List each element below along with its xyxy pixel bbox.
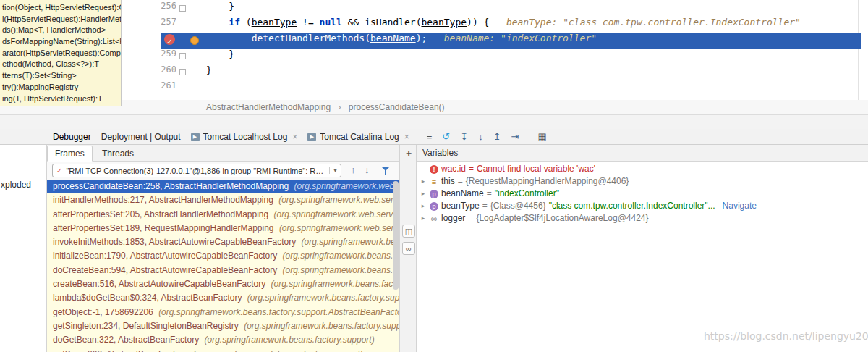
- stack-frame-row[interactable]: doGetBean:322, AbstractBeanFactory (org.…: [47, 333, 399, 347]
- close-icon[interactable]: ×: [292, 132, 297, 142]
- stack-frame-row[interactable]: doCreateBean:594, AbstractAutowireCapabl…: [47, 264, 399, 277]
- code-line-257[interactable]: if (beanType != null && isHandler(beanTy…: [206, 17, 801, 33]
- project-item-label[interactable]: xploded: [1, 180, 31, 190]
- variables-panel: Variables ! wac.id = Cannot find local v…: [417, 145, 868, 352]
- stack-frame-row[interactable]: createBean:516, AbstractAutowireCapableB…: [47, 277, 399, 291]
- tab-tomcat-localhost-log[interactable]: ▶ Tomcat Localhost Log ×: [186, 129, 303, 145]
- popup-method-item[interactable]: arator(HttpServletRequest):Comp: [0, 48, 121, 59]
- fold-marker[interactable]: [179, 5, 186, 12]
- frame-method-label: doCreateBean:594, AbstractAutowireCapabl…: [53, 265, 277, 275]
- tab-debugger[interactable]: Debugger: [48, 129, 96, 145]
- popup-method-item[interactable]: ethod(Method, Class<?>):T: [0, 59, 121, 70]
- stack-frame-row[interactable]: afterPropertiesSet:205, AbstractHandlerM…: [47, 208, 399, 222]
- code-line-258[interactable]: detectHandlerMethods(beanName); beanName…: [206, 33, 597, 49]
- stack-frames-list: processCandidateBean:258, AbstractHandle…: [47, 180, 399, 352]
- chevron-right-icon[interactable]: ▸: [420, 200, 427, 212]
- scrollbar-thumb[interactable]: [393, 181, 399, 290]
- ide-debug-screen: 256257258259260261 ✓ } if (beanType != n…: [0, 0, 868, 352]
- variables-title: Variables: [422, 148, 458, 158]
- breadcrumb-separator: ›: [338, 102, 341, 112]
- fold-marker[interactable]: [179, 69, 186, 75]
- hide-library-frames-filter-icon[interactable]: [381, 167, 390, 175]
- stack-frame-row[interactable]: afterPropertiesSet:189, RequestMappingHa…: [47, 222, 399, 235]
- stack-frame-row[interactable]: lambda$doGetBean$0:324, AbstractBeanFact…: [47, 291, 399, 305]
- stack-frame-row[interactable]: invokeInitMethods:1853, AbstractAutowire…: [47, 235, 399, 249]
- settings-menu-icon[interactable]: ≡: [422, 131, 438, 142]
- stack-frame-row[interactable]: initializeBean:1790, AbstractAutowireCap…: [47, 249, 399, 263]
- tab-tomcat-catalina-log[interactable]: ▶ Tomcat Catalina Log ×: [302, 129, 414, 145]
- code-line-256[interactable]: }: [206, 1, 234, 17]
- chevron-right-icon[interactable]: ▸: [420, 175, 427, 188]
- tab-deployment-output[interactable]: Deployment | Output: [96, 129, 186, 145]
- view-breakpoints-icon[interactable]: ▦: [532, 131, 551, 142]
- stack-frame-row[interactable]: getObject:-1, 1758692206 (org.springfram…: [47, 306, 399, 319]
- popup-method-item[interactable]: dsForMappingName(String):List<H: [0, 36, 121, 48]
- code-editor[interactable]: 256257258259260261 ✓ } if (beanType != n…: [0, 0, 868, 100]
- tab-frames[interactable]: Frames: [47, 146, 93, 162]
- chevron-right-icon[interactable]: ▸: [420, 212, 427, 225]
- variable-row-beantype[interactable]: ▸ p beanType = {Class@4456} "class com.t…: [417, 200, 868, 212]
- frame-package-label: (org.springframework.beans.factory.suppo…: [192, 349, 362, 352]
- editor-scrollbar-track[interactable]: [858, 0, 859, 100]
- code-token: beanType: [421, 17, 467, 28]
- chevron-right-icon[interactable]: ▸: [420, 188, 427, 200]
- popup-method-item[interactable]: tterns(T):Set<String>: [0, 70, 121, 82]
- code-token: detectHandlerMethods: [252, 33, 365, 43]
- line-number: 259: [122, 49, 176, 64]
- variable-row-wac[interactable]: ! wac.id = Cannot find local variable 'w…: [417, 163, 868, 175]
- popup-method-item[interactable]: ing(T, HttpServletRequest):T: [0, 93, 121, 105]
- breadcrumb-method[interactable]: processCandidateBean(): [349, 102, 445, 112]
- scrollbar[interactable]: [393, 181, 399, 352]
- code-line-259[interactable]: }: [206, 49, 234, 64]
- breadcrumb-class[interactable]: AbstractHandlerMethodMapping: [206, 102, 331, 112]
- variable-row-this[interactable]: ▸ ≡ this = {RequestMappingHandlerMapping…: [417, 175, 868, 188]
- thread-selector-dropdown[interactable]: ✓ "RMI TCP Connection(3)-127.0.0.1"@1,88…: [52, 164, 341, 177]
- popup-method-item[interactable]: ds():Map<T, HandlerMethod>: [0, 25, 121, 36]
- variable-string-value: "indexController": [495, 188, 559, 200]
- step-into-icon[interactable]: ↓: [473, 131, 488, 142]
- run-to-cursor-icon[interactable]: ⇥: [506, 131, 524, 142]
- frame-package-label: (org.springframework.web.servlet.handler…: [294, 181, 399, 191]
- fold-marker[interactable]: [179, 53, 186, 59]
- navigate-link[interactable]: Navigate: [723, 200, 757, 212]
- code-token: (: [240, 17, 252, 28]
- tab-threads[interactable]: Threads: [95, 146, 141, 161]
- stack-frame-row[interactable]: getBean:202, AbstractBeanFactory (org.sp…: [47, 348, 399, 352]
- popup-method-item[interactable]: tion(Object, HttpServletRequest):C: [0, 2, 121, 14]
- variable-row-logger[interactable]: ▸ ∞ logger = {LogAdapter$Slf4jLocationAw…: [417, 212, 868, 225]
- code-line-260[interactable]: }: [206, 64, 212, 80]
- frame-package-label: (org.springframework.beans.factory.suppo…: [204, 335, 374, 345]
- project-panel-fragment: xploded: [0, 145, 47, 352]
- thread-status-icon: ✓: [56, 167, 62, 175]
- stack-frame-row[interactable]: initHandlerMethods:217, AbstractHandlerM…: [47, 193, 399, 207]
- code-token: if: [229, 17, 240, 28]
- popup-method-item[interactable]: l(HttpServletRequest):HandlerMet: [0, 14, 121, 25]
- frame-package-label: (org.springframework.beans.factory.suppo…: [302, 237, 399, 247]
- error-icon: !: [430, 165, 438, 174]
- restore-layout-icon[interactable]: ◫: [402, 225, 415, 238]
- previous-frame-icon[interactable]: ↑: [351, 164, 356, 175]
- watermark: https://blog.csdn.net/lipengyu2010: [704, 330, 868, 342]
- variable-row-beanname[interactable]: ▸ p beanName = "indexController": [417, 188, 868, 200]
- close-icon[interactable]: ×: [404, 132, 409, 142]
- code-token: }: [206, 64, 212, 75]
- breakpoint-icon[interactable]: ✓: [164, 34, 175, 45]
- rerun-icon[interactable]: ↺: [437, 131, 455, 142]
- code-token: }: [206, 49, 234, 59]
- frame-package-label: (org.springframework.beans.factory.suppo…: [283, 251, 399, 261]
- stack-frame-row[interactable]: processCandidateBean:258, AbstractHandle…: [47, 180, 399, 193]
- frame-method-label: getObject:-1, 1758692206: [53, 307, 153, 317]
- line-number: 256: [122, 1, 176, 17]
- step-out-icon[interactable]: ↥: [488, 131, 506, 142]
- code-token: null: [320, 17, 342, 28]
- add-watch-icon[interactable]: +: [400, 148, 417, 159]
- code-token: beanName: "indexController": [427, 33, 597, 43]
- watch-return-values-icon[interactable]: ∞: [402, 242, 415, 255]
- step-over-icon[interactable]: ↧: [455, 131, 473, 142]
- popup-method-item[interactable]: try():MappingRegistry: [0, 82, 121, 93]
- stack-frame-row[interactable]: getSingleton:234, DefaultSingletonBeanRe…: [47, 319, 399, 333]
- next-frame-icon[interactable]: ↓: [365, 164, 370, 175]
- code-token: );: [416, 33, 427, 43]
- gutter-separator: [205, 0, 205, 100]
- breadcrumb: AbstractHandlerMethodMapping › processCa…: [0, 100, 868, 114]
